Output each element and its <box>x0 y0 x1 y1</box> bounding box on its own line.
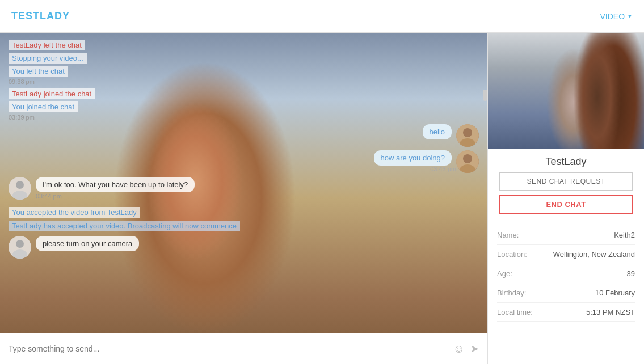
action-buttons: SEND CHAT REQUEST END CHAT <box>488 172 644 221</box>
profile-photo <box>488 33 644 149</box>
avatar-own-2 <box>456 150 479 173</box>
page-title: TESTLADY <box>11 10 70 22</box>
bubble-camera: please turn on your camera <box>36 236 139 251</box>
send-button[interactable]: ➤ <box>470 342 479 355</box>
info-row-birthday: Birthday: 10 February <box>497 283 635 303</box>
timestamp-3: 03:43 pm <box>430 166 456 172</box>
info-label-name: Name: <box>497 231 519 239</box>
message-row-reply: I'm ok too. What you have been up to lat… <box>9 177 479 202</box>
accepted-video-msg: You accepted the video from TestLady <box>9 205 479 219</box>
info-label-location: Location: <box>497 250 527 259</box>
svg-point-7 <box>16 181 24 189</box>
video-label: VIDEO <box>600 12 625 21</box>
send-chat-request-button[interactable]: SEND CHAT REQUEST <box>499 172 633 191</box>
main-layout: TestLady left the chat Stopping your vid… <box>0 33 644 364</box>
emoji-button[interactable]: ☺ <box>453 342 465 355</box>
info-value-location: Wellington, New Zealand <box>553 250 635 259</box>
profile-name: TestLady <box>488 149 644 172</box>
info-value-age: 39 <box>627 269 635 278</box>
system-msg-left-chat: TestLady left the chat <box>9 40 85 50</box>
avatar-remote-1 <box>9 177 31 200</box>
info-row-age: Age: 39 <box>497 264 635 283</box>
send-icon: ➤ <box>470 343 479 354</box>
info-label-age: Age: <box>497 269 512 278</box>
bubble-reply: I'm ok too. What you have been up to lat… <box>36 177 195 192</box>
info-value-name: Keith2 <box>614 231 635 239</box>
sidebar: TestLady SEND CHAT REQUEST END CHAT Name… <box>488 33 644 364</box>
system-msg-stopping-video: Stopping your video... <box>9 53 87 64</box>
avatar-remote-2 <box>9 236 31 259</box>
hair-overlay <box>488 33 644 149</box>
bubble-how: how are you doing? <box>374 150 452 166</box>
system-msg-testlady-joined: TestLady joined the chat <box>9 88 95 99</box>
msg-accepted-video: You accepted the video from TestLady <box>9 207 140 218</box>
system-message-4: TestLady joined the chat <box>9 87 479 100</box>
system-msg-you-left: You left the chat <box>9 66 68 77</box>
timestamp-4: 03:44 pm <box>36 193 199 200</box>
info-row-name: Name: Keith2 <box>497 226 635 245</box>
message-row-hello: hello <box>9 124 479 147</box>
msg-broadcast: TestLady has accepted your video. Broadc… <box>9 221 240 231</box>
info-row-location: Location: Wellington, New Zealand <box>497 245 635 264</box>
chat-messages[interactable]: TestLady left the chat Stopping your vid… <box>0 33 487 330</box>
info-row-localtime: Local time: 5:13 PM NZST <box>497 303 635 322</box>
chat-input-bar: ☺ ➤ <box>0 333 487 364</box>
header: TESTLADY VIDEO ▼ <box>0 0 644 33</box>
info-label-birthday: Birthday: <box>497 289 526 297</box>
bubble-hello: hello <box>423 124 452 139</box>
system-message-1: TestLady left the chat <box>9 39 479 52</box>
timestamp-2: 03:39 pm <box>9 114 479 121</box>
broadcast-msg: TestLady has accepted your video. Broadc… <box>9 219 479 232</box>
svg-point-10 <box>16 240 24 248</box>
system-message-5: You joined the chat 03:39 pm <box>9 100 479 121</box>
chat-input[interactable] <box>9 344 448 353</box>
info-table: Name: Keith2 Location: Wellington, New Z… <box>488 221 644 327</box>
svg-point-1 <box>463 128 472 137</box>
message-row-how: how are you doing? 03:43 pm <box>9 150 479 173</box>
avatar-own-1 <box>456 124 479 147</box>
message-row-camera: please turn on your camera <box>9 236 479 259</box>
chat-area: TestLady left the chat Stopping your vid… <box>0 33 488 364</box>
svg-point-4 <box>463 154 472 163</box>
system-msg-you-joined: You joined the chat <box>9 101 78 112</box>
emoji-icon: ☺ <box>453 342 465 355</box>
system-message-3: You left the chat 09:38 pm <box>9 65 479 85</box>
timestamp-1: 09:38 pm <box>9 78 479 85</box>
end-chat-button[interactable]: END CHAT <box>499 195 633 214</box>
system-message-2: Stopping your video... <box>9 52 479 65</box>
info-label-localtime: Local time: <box>497 308 533 316</box>
chevron-down-icon: ▼ <box>627 13 633 19</box>
info-value-birthday: 10 February <box>595 289 635 297</box>
video-dropdown-button[interactable]: VIDEO ▼ <box>600 12 633 21</box>
info-value-localtime: 5:13 PM NZST <box>586 308 635 316</box>
scrollbar-thumb[interactable] <box>483 90 487 101</box>
